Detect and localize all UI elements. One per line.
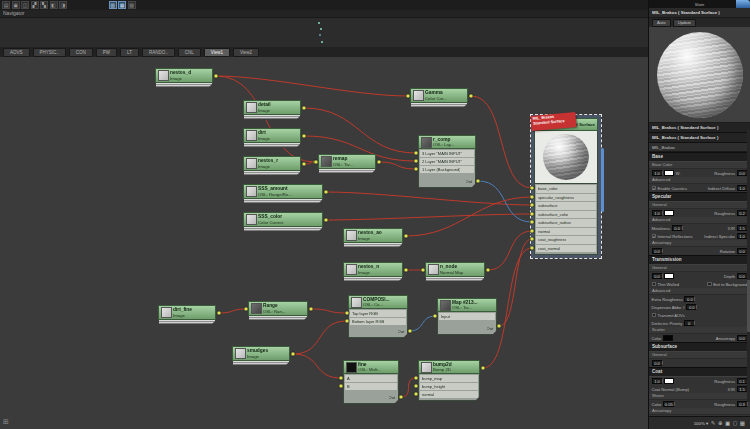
color-swatch[interactable]	[664, 170, 674, 176]
param-value-field[interactable]: 1.0	[652, 210, 663, 216]
checkbox[interactable]: ✓	[652, 186, 657, 191]
zoom-level[interactable]: 100% ▾	[694, 421, 709, 426]
param-value-field[interactable]: 0.05	[663, 401, 675, 407]
node-nestos-n[interactable]: nestos_nImage	[343, 262, 403, 282]
node-bump2d[interactable]: bump2dBump 2Dbump_mapbump_heightnormal	[418, 360, 480, 401]
node-dirt[interactable]: dirtImage	[243, 128, 301, 148]
param-value-field[interactable]: 0	[684, 320, 695, 326]
section-header-transmission[interactable]: Transmission	[649, 255, 750, 265]
param-value-field[interactable]: 1.0	[652, 170, 663, 176]
node-smudges[interactable]: smudgesImage	[232, 346, 290, 366]
node-detail[interactable]: detailImage	[243, 100, 301, 120]
section-header-specular[interactable]: Specular	[649, 192, 750, 202]
tab-cnl[interactable]: CNL	[178, 48, 201, 57]
node-sss-amount[interactable]: SSS_amountOSL: Range/Re...	[243, 184, 323, 204]
param-value-field[interactable]: 0.1	[737, 378, 748, 384]
param-value-field[interactable]: 0.0	[652, 273, 663, 279]
node-sss-color[interactable]: SSS_colorColor Correct	[243, 212, 323, 232]
param-value-field[interactable]: 0.0	[652, 360, 663, 366]
param-value-field[interactable]: 1.0	[652, 378, 663, 384]
material-input-row-coat-normal[interactable]: coat_normal	[536, 245, 596, 253]
material-icon[interactable]: ▣	[12, 1, 20, 9]
node-range[interactable]: RangeOSL: Ran...	[248, 301, 308, 321]
tab-rando[interactable]: RANDO..	[142, 48, 175, 57]
param-value-field[interactable]: 0.0	[737, 335, 748, 341]
split-panel-icon[interactable]: ◫	[21, 1, 29, 9]
section-header-base[interactable]: Base	[649, 152, 750, 162]
node-nestos-ao[interactable]: nestos_aoImage	[343, 228, 403, 248]
node-subtitle: Image	[173, 313, 192, 318]
param-value-field[interactable]: 0.0	[652, 248, 663, 254]
color-swatch[interactable]	[664, 378, 674, 384]
checkbox[interactable]	[707, 282, 712, 287]
navigator-panel[interactable]: Navigator	[0, 10, 648, 48]
checkbox[interactable]	[652, 313, 657, 318]
tab-con[interactable]: CON	[69, 48, 93, 57]
node-remap[interactable]: remapOSL: Tw...	[318, 154, 376, 174]
color-swatch[interactable]	[664, 273, 674, 279]
rollout-header-2[interactable]: MIL_Brakos ( Standard Surface )	[649, 133, 750, 143]
section-header-coat[interactable]: Coat	[649, 367, 750, 377]
layout-tool-icon[interactable]: ▚	[40, 1, 48, 9]
node-composi[interactable]: COMPOSI...OSL: Co...Top layer RGBBottom …	[348, 295, 408, 338]
material-input-row-specular-roughness[interactable]: specular_roughness	[536, 194, 596, 202]
param-value-field[interactable]: 0.0	[737, 170, 748, 176]
color-swatch[interactable]	[663, 335, 673, 341]
tab-pw[interactable]: PW	[96, 48, 117, 57]
checkbox[interactable]	[652, 282, 657, 287]
param-value-field[interactable]: 0.0	[737, 273, 748, 279]
tab-lt[interactable]: LT	[120, 48, 139, 57]
node-dirt-fine[interactable]: dirt_fineImage	[158, 305, 216, 325]
tab-aovs[interactable]: AOVS	[3, 48, 30, 57]
select-tool-icon[interactable]: ▤	[2, 1, 10, 9]
param-value-field[interactable]: 1.5	[737, 386, 748, 392]
param-value-field[interactable]: 0.0	[672, 225, 683, 231]
material-input-row-base-color[interactable]: base_color	[536, 185, 596, 193]
param-value-field[interactable]: 0.0	[686, 304, 697, 310]
section-header-subsurface[interactable]: Subsurface	[649, 342, 750, 352]
material-input-row-subsurface[interactable]: subsurface	[536, 202, 596, 210]
zoom-extents-icon[interactable]: ▣	[725, 420, 730, 426]
navigator-minimap[interactable]	[0, 17, 648, 47]
node-nestos-d[interactable]: nestos_dImage	[155, 68, 213, 88]
node-nestos-r[interactable]: nestos_rImage	[243, 156, 301, 176]
material-preview[interactable]	[649, 27, 750, 123]
material-input-row-normal[interactable]: normal	[536, 228, 596, 236]
show-grid-icon[interactable]: ▥	[109, 1, 117, 9]
tab-view2[interactable]: View2	[233, 48, 259, 57]
param-value-field[interactable]: 0.0	[684, 296, 695, 302]
node-r-comp[interactable]: r_compOSL: Lay...3 Layer "MAIN INPUT"2 L…	[418, 135, 476, 188]
show-map-icon[interactable]: ▦	[118, 1, 126, 9]
param-value-field[interactable]: 1.0	[737, 233, 748, 239]
param-value-field[interactable]: 1.5	[737, 225, 748, 231]
pan-icon[interactable]: ▦	[740, 420, 745, 426]
material-input-row-coat-roughness[interactable]: coat_roughness	[536, 236, 596, 244]
checkbox[interactable]: ✓	[652, 234, 657, 239]
node-n-node[interactable]: n_nodeNormal Map	[425, 262, 485, 282]
extra-view-icon[interactable]: ▧	[128, 1, 136, 9]
tab-physic[interactable]: PHYSIC..	[33, 48, 66, 57]
tab-view1[interactable]: View1	[204, 48, 230, 57]
node-stack-decoration	[318, 169, 376, 174]
material-input-row-subsurface-radius[interactable]: subsurface_radius	[536, 219, 596, 227]
node-fine[interactable]: fineOSL: Mult...ABOut	[343, 360, 399, 404]
move-tool-icon[interactable]: ▞	[31, 1, 39, 9]
node-output-row: Out	[439, 325, 495, 332]
param-value-field[interactable]: 0.2	[737, 210, 748, 216]
param-value-field[interactable]: 1.0	[737, 185, 748, 191]
node-view-icon[interactable]: ◧	[50, 1, 58, 9]
param-value-field[interactable]: 0.0	[737, 248, 748, 254]
list-view-icon[interactable]: ◨	[59, 1, 67, 9]
node-map-213[interactable]: Map #213...OSL: Tw...InputOut	[437, 298, 497, 335]
node-mil-brakos[interactable]: MIL_BrakosStandard SurfaceStandard Surfa…	[534, 118, 598, 255]
param-value-field[interactable]: 0.3	[737, 401, 748, 407]
material-input-row-subsurface-color[interactable]: subsurface_color	[536, 211, 596, 219]
edit-icon[interactable]: ✎	[711, 420, 716, 426]
zoom-in-icon[interactable]: ⊕	[718, 420, 723, 426]
node-gamma[interactable]: GammaColor Cor...	[410, 88, 468, 108]
color-swatch[interactable]	[664, 210, 674, 216]
preview-button-auto[interactable]: Auto	[652, 19, 671, 27]
rollout-header-1[interactable]: MIL_Brakos ( Standard Surface )	[649, 123, 750, 133]
zoom-region-icon[interactable]: ◻	[733, 420, 738, 426]
preview-button-update[interactable]: Update	[673, 19, 697, 27]
